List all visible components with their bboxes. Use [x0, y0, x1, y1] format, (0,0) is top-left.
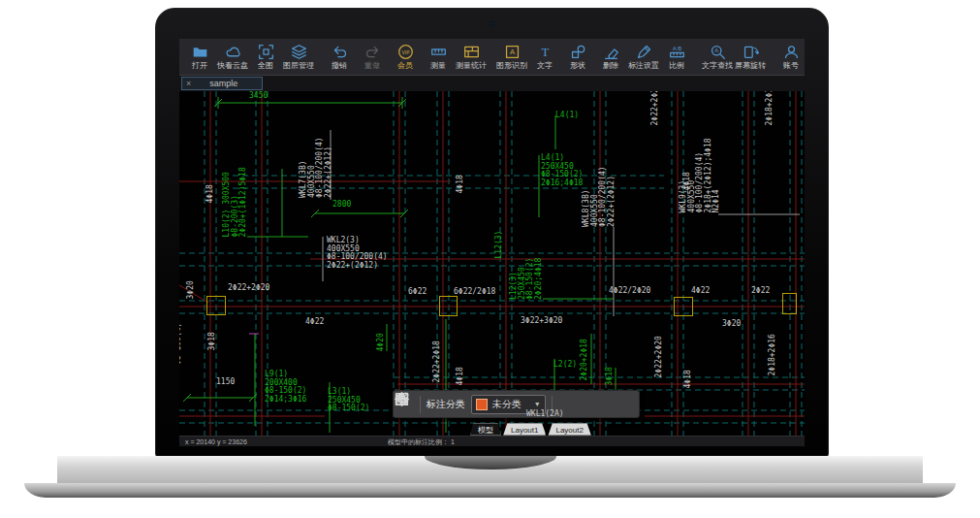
toolbar-button-layers[interactable]: 图层管理 [282, 39, 315, 75]
toolbar-button-label: 测量 [430, 61, 446, 71]
svg-text:VIP: VIP [401, 49, 410, 55]
chevron-down-icon: ▼ [534, 401, 541, 407]
undo-icon [332, 44, 348, 60]
text-search-icon: A [710, 44, 726, 60]
document-tab[interactable]: × sample [181, 77, 263, 90]
selection-highlight [782, 293, 797, 314]
layout-tab-Layout2[interactable]: Layout2 [548, 423, 590, 436]
redo-icon [364, 44, 381, 60]
toolbar-button-label: 图形识别 [496, 61, 527, 71]
cloud-icon [225, 44, 241, 60]
toolbar-button-label: 文字 [537, 61, 553, 71]
layout-tab-Layout1[interactable]: Layout1 [503, 423, 546, 436]
toolbar-button-label: 测量统计 [456, 61, 487, 71]
toolbar-button-label: 全图 [258, 61, 273, 71]
document-tabstrip: × sample [179, 76, 805, 91]
folder-open-icon [192, 44, 208, 60]
toolbar-button-annotation-settings[interactable]: 标注设置 [627, 39, 660, 75]
cad-canvas[interactable]: 标注分类 未分类 ▼ 3450280011502Φ22+2Φ206Φ226Φ22… [179, 91, 805, 436]
toolbar-button-scale-ratio[interactable]: A:B比例 [660, 39, 693, 75]
toolbar-button-label: 撤销 [332, 61, 347, 71]
category-color-swatch [476, 399, 488, 410]
status-bar: x = 20140 y = 23626 模型中的标注比例： 1 [179, 436, 805, 446]
annotation-category-label: 标注分类 [427, 398, 465, 411]
toolbar-button-redo[interactable]: 重做 [356, 39, 389, 75]
svg-text:A:B: A:B [672, 46, 681, 51]
toolbar-button-screen-rotate[interactable]: 屏幕旋转 [734, 39, 767, 75]
toolbar-button-account[interactable]: 账号 [775, 39, 805, 75]
text-icon: T [537, 44, 553, 60]
toolbar-button-label: 标注设置 [628, 61, 659, 71]
toolbar-button-label: 屏幕旋转 [735, 61, 766, 71]
divider [552, 396, 553, 413]
toolbar-button-label: 比例 [669, 61, 684, 71]
toolbar-button-shape-recognition[interactable]: A图形识别 [495, 39, 528, 75]
annotation-toolbar: 标注分类 未分类 ▼ [393, 390, 640, 418]
layout-tabs: 模型Layout1Layout2 [470, 423, 591, 436]
toolbar-button-label: 账号 [783, 61, 799, 71]
toolbar-button-cloud[interactable]: 快看云盘 [216, 39, 249, 75]
toolbar-button-measure-stats[interactable]: 测量统计 [455, 39, 488, 75]
vip-icon: VIP [397, 44, 414, 60]
toolbar-button-label: 图层管理 [283, 61, 314, 71]
category-dropdown-value: 未分类 [492, 398, 529, 411]
edit-icon[interactable] [557, 395, 572, 414]
toolbar-button-label: 文字查找 [702, 61, 733, 71]
toolbar-button-label: 快看云盘 [217, 61, 248, 71]
svg-text:T: T [541, 46, 549, 59]
svg-text:A: A [714, 48, 718, 53]
main-toolbar: 打开快看云盘全图图层管理撤销重做VIP会员测量测量统计A图形识别T文字形状删除标… [179, 39, 805, 76]
shape-recognition-icon: A [504, 44, 521, 60]
eraser-icon [603, 44, 619, 60]
toolbar-button-text-search[interactable]: A文字查找 [701, 39, 734, 75]
laptop-base-lip [24, 483, 956, 498]
selection-highlight [206, 296, 226, 315]
shapes-icon [570, 44, 586, 60]
layers-icon [291, 44, 307, 60]
move-icon[interactable] [578, 395, 592, 414]
divider [420, 396, 421, 413]
measure-stats-icon [463, 44, 480, 60]
toolbar-button-label: 打开 [192, 61, 207, 71]
toolbar-button-eraser[interactable]: 删除 [594, 39, 627, 75]
toolbar-button-label: 删除 [603, 61, 618, 71]
webcam-dot [490, 21, 495, 26]
fit-screen-icon [258, 44, 274, 60]
toolbar-button-shapes[interactable]: 形状 [561, 39, 594, 75]
cursor-coordinates: x = 20140 y = 23626 [185, 437, 247, 446]
scale-ratio-icon: A:B [669, 44, 685, 60]
svg-text:A: A [509, 48, 515, 56]
lock-icon[interactable] [618, 395, 633, 414]
laptop-lid: 打开快看云盘全图图层管理撤销重做VIP会员测量测量统计A图形识别T文字形状删除标… [155, 8, 829, 458]
toolbar-button-folder-open[interactable]: 打开 [183, 39, 216, 75]
annotation-scale-label: 模型中的标注比例： 1 [388, 437, 455, 446]
category-dropdown[interactable]: 未分类 ▼ [471, 395, 546, 414]
annotation-settings-icon [636, 44, 652, 60]
toolbar-button-vip[interactable]: VIP会员 [389, 39, 422, 75]
cad-drawing-lines [179, 91, 805, 436]
toolbar-button-label: 会员 [397, 61, 413, 71]
screen-rotate-icon [743, 44, 759, 60]
app-window: 打开快看云盘全图图层管理撤销重做VIP会员测量测量统计A图形识别T文字形状删除标… [179, 39, 805, 446]
page: 打开快看云盘全图图层管理撤销重做VIP会员测量测量统计A图形识别T文字形状删除标… [0, 0, 980, 518]
close-icon[interactable]: × [182, 80, 195, 88]
toolbar-button-text[interactable]: T文字 [528, 39, 561, 75]
layout-tab-模型[interactable]: 模型 [470, 423, 501, 436]
copy-icon[interactable] [598, 395, 613, 414]
toolbar-button-fit-screen[interactable]: 全图 [249, 39, 282, 75]
selection-highlight [439, 296, 458, 316]
toolbar-button-measure[interactable]: 测量 [422, 39, 455, 75]
laptop-base [24, 456, 956, 499]
document-tab-label: sample [195, 80, 262, 88]
toolbar-button-label: 重做 [364, 61, 380, 71]
selection-highlight [674, 297, 693, 316]
account-icon [783, 44, 800, 60]
measure-icon [430, 44, 447, 60]
toolbar-button-undo[interactable]: 撤销 [323, 39, 356, 75]
toolbar-button-label: 形状 [570, 61, 585, 71]
